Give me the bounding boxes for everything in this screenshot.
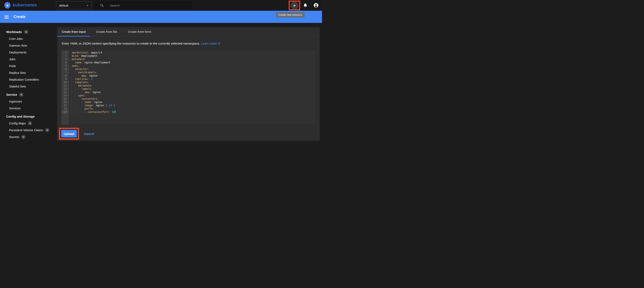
search-input[interactable] (110, 4, 180, 7)
sidebar-item-label: Services (9, 107, 20, 110)
sidebar-item-replication-controllers[interactable]: Replication Controllers (0, 76, 57, 83)
cancel-button[interactable]: Cancel (84, 132, 94, 135)
brand-title[interactable]: kubernetes (13, 3, 37, 8)
editor-line-9[interactable]: 9 replicas: 2 (61, 77, 316, 81)
code-text: kind: Deployment (69, 54, 98, 58)
editor-line-17[interactable]: 17 image: nginx:1.14.2 (61, 104, 316, 107)
line-number: 12▾ (61, 87, 69, 91)
editor-line-11[interactable]: 11▾ metadata: (61, 84, 316, 87)
code-text: app: nginx (69, 91, 101, 94)
editor-line-19[interactable]: 19 - containerPort: 80 (61, 110, 316, 114)
sidebar-item-daemon-sets[interactable]: Daemon Sets (0, 42, 57, 49)
sidebar-item-label: Stateful Sets (9, 85, 26, 88)
plus-icon: + (293, 3, 296, 9)
sidebar-item-label: Pods (9, 64, 16, 68)
sidebar-item-label: Cron Jobs (9, 37, 23, 40)
text-cursor (115, 110, 116, 113)
create-new-resource-button[interactable]: + (290, 2, 298, 10)
upload-button[interactable]: Upload (61, 130, 77, 137)
menu-hamburger-icon[interactable] (4, 15, 9, 19)
editor-line-2[interactable]: 2kind: Deployment (61, 54, 316, 58)
tab-create-from-form[interactable]: Create from form (123, 27, 156, 36)
fold-arrow-icon[interactable]: ▾ (68, 64, 69, 67)
namespace-selector[interactable]: default ▼ (56, 2, 92, 9)
editor-line-7[interactable]: 7▾ matchLabels: (61, 71, 316, 74)
line-number: 6▾ (61, 67, 69, 71)
sidebar-item-services[interactable]: Services (0, 105, 57, 112)
fold-arrow-icon[interactable]: ▾ (68, 87, 69, 91)
line-number: 18 (61, 107, 69, 110)
sidebar-section-label: Workloads (6, 30, 22, 34)
code-text: replicas: 2 (69, 77, 93, 81)
sidebar-item-config-maps[interactable]: Config MapsN (0, 120, 57, 127)
sidebar-item-secrets[interactable]: SecretsN (0, 133, 57, 140)
top-bar: ⎈ kubernetes default ▼ + (0, 0, 322, 11)
fold-arrow-icon[interactable]: ▾ (68, 100, 69, 104)
fold-arrow-icon[interactable]: ▾ (68, 71, 69, 74)
editor-line-4[interactable]: 4 name: nginx-deployment (61, 61, 316, 64)
code-text: name: nginx-deployment (69, 61, 110, 64)
sidebar-item-ingresses[interactable]: Ingresses (0, 98, 57, 105)
editor-line-12[interactable]: 12▾ labels: (61, 87, 316, 91)
code-text: ports: (69, 107, 94, 110)
line-number: 16▾ (61, 100, 69, 104)
sidebar-nav: WorkloadsNCron JobsDaemon SetsDeployment… (0, 27, 57, 144)
editor-line-10[interactable]: 10▾ template: (61, 81, 316, 84)
namespaced-badge: N (24, 30, 28, 34)
form-actions: Upload Cancel (59, 128, 320, 140)
code-text: containers: (69, 97, 99, 100)
fold-arrow-icon[interactable]: ▾ (68, 84, 69, 87)
sidebar-item-jobs[interactable]: Jobs (0, 56, 57, 63)
editor-line-14[interactable]: 14▾ spec: (61, 94, 316, 97)
highlight-box-upload: Upload (59, 128, 79, 140)
fold-arrow-icon[interactable]: ▾ (68, 81, 69, 84)
sidebar-section-header: WorkloadsN (0, 29, 57, 35)
editor-content: 1apiVersion: apps/v12kind: Deployment3▾m… (61, 50, 316, 114)
namespaced-badge: N (45, 128, 50, 132)
sidebar-item-cron-jobs[interactable]: Cron Jobs (0, 35, 57, 42)
editor-line-5[interactable]: 5▾spec: (61, 64, 316, 67)
editor-line-3[interactable]: 3▾metadata: (61, 58, 316, 61)
sidebar-item-deployments[interactable]: Deployments (0, 49, 57, 56)
editor-line-1[interactable]: 1apiVersion: apps/v1 (61, 51, 316, 54)
line-number: 14▾ (61, 94, 69, 97)
editor-line-8[interactable]: 8 app: nginx (61, 74, 316, 77)
code-text: matchLabels: (69, 71, 98, 74)
tab-create-from-file[interactable]: Create from file (90, 27, 123, 36)
code-text: spec: (69, 94, 86, 97)
kubernetes-logo-icon[interactable]: ⎈ (4, 2, 11, 9)
sidebar-item-persistent-volume-claims[interactable]: Persistent Volume ClaimsN (0, 127, 57, 133)
tab-bar: Create from inputCreate from fileCreate … (57, 27, 320, 37)
fold-arrow-icon[interactable]: ▾ (68, 58, 69, 61)
sidebar-section-header: ServiceN (0, 91, 57, 98)
sidebar-item-pods[interactable]: Pods (0, 63, 57, 69)
line-number: 8 (61, 74, 69, 77)
yaml-code-editor[interactable]: 1apiVersion: apps/v12kind: Deployment3▾m… (61, 50, 316, 125)
line-number: 11▾ (61, 84, 69, 87)
code-text: labels: (69, 87, 93, 91)
editor-line-16[interactable]: 16▾ - name: nginx (61, 100, 316, 104)
sidebar-item-label: Secrets (9, 135, 19, 139)
create-panel: Create from inputCreate from fileCreate … (57, 27, 320, 141)
sidebar-item-label: Daemon Sets (9, 44, 27, 47)
sidebar-item-label: Replica Sets (9, 71, 26, 74)
sidebar-item-replica-sets[interactable]: Replica Sets (0, 69, 57, 76)
sidebar-item-stateful-sets[interactable]: Stateful Sets (0, 83, 57, 90)
line-number: 13 (61, 91, 69, 94)
code-text: apiVersion: apps/v1 (69, 51, 102, 54)
code-text: metadata: (69, 84, 93, 87)
tab-create-from-input[interactable]: Create from input (57, 27, 90, 36)
chevron-down-icon: ▼ (86, 4, 88, 7)
editor-line-13[interactable]: 13 app: nginx (61, 91, 316, 94)
notifications-bell-icon[interactable] (303, 3, 308, 8)
editor-line-15[interactable]: 15 containers: (61, 97, 316, 100)
line-number: 4 (61, 61, 69, 64)
fold-arrow-icon[interactable]: ▾ (68, 94, 69, 97)
external-link-icon (218, 42, 220, 45)
learn-more-link[interactable]: Learn more (201, 42, 220, 45)
fold-arrow-icon[interactable]: ▾ (68, 67, 69, 71)
editor-line-6[interactable]: 6▾ selector: (61, 67, 316, 71)
editor-line-18[interactable]: 18 ports: (61, 107, 316, 110)
account-circle-icon[interactable] (314, 3, 318, 8)
search-box[interactable] (95, 1, 192, 10)
